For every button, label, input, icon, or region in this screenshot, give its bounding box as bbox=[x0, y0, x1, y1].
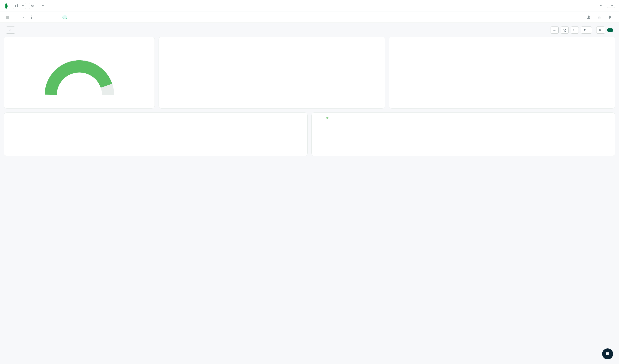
response-time-card bbox=[158, 37, 385, 108]
svg-rect-0 bbox=[15, 5, 16, 7]
chevron-down-icon bbox=[22, 5, 24, 6]
tab-app-services[interactable] bbox=[54, 15, 58, 19]
activity-button[interactable] bbox=[596, 14, 603, 21]
combo-chart[interactable] bbox=[314, 119, 613, 148]
atlas-logo bbox=[4, 3, 10, 9]
bell-icon bbox=[608, 15, 612, 19]
access-manager-link[interactable] bbox=[38, 4, 46, 8]
refresh-button[interactable] bbox=[561, 27, 569, 34]
kebab-icon bbox=[31, 15, 32, 19]
folder-icon bbox=[6, 16, 9, 19]
errors-card bbox=[4, 112, 308, 156]
area-chart-response-time[interactable] bbox=[161, 41, 383, 106]
chevron-down-icon bbox=[23, 17, 24, 18]
ellipsis-icon bbox=[553, 30, 556, 30]
filter-icon bbox=[583, 29, 586, 32]
more-options-button[interactable] bbox=[550, 27, 559, 34]
gauge-card bbox=[4, 37, 155, 108]
org-icon bbox=[15, 4, 18, 7]
arrow-left-icon bbox=[9, 29, 13, 32]
add-chart-button[interactable] bbox=[607, 28, 613, 32]
expand-icon bbox=[573, 29, 576, 32]
chevron-down-icon bbox=[42, 5, 44, 6]
area-chart-availability[interactable] bbox=[391, 41, 613, 106]
user-add-icon bbox=[587, 15, 591, 19]
fullscreen-button[interactable] bbox=[571, 27, 579, 34]
gear-icon bbox=[30, 4, 34, 8]
get-help-link[interactable] bbox=[596, 4, 604, 8]
user-menu[interactable] bbox=[607, 4, 615, 8]
bar-chart-errors[interactable] bbox=[6, 118, 305, 154]
chevron-down-icon bbox=[600, 5, 602, 6]
invite-user-button[interactable] bbox=[585, 14, 592, 21]
all-clusters-link[interactable] bbox=[589, 5, 593, 7]
svg-point-7 bbox=[555, 30, 556, 30]
filter-count bbox=[587, 30, 590, 30]
billing-link[interactable] bbox=[49, 5, 53, 7]
project-menu-button[interactable] bbox=[28, 14, 35, 21]
lock-icon bbox=[599, 29, 602, 32]
svg-rect-1 bbox=[17, 4, 18, 7]
share-button[interactable] bbox=[596, 27, 605, 34]
activity-icon bbox=[597, 15, 601, 19]
org-settings-button[interactable] bbox=[29, 3, 35, 9]
svg-point-2 bbox=[31, 15, 32, 16]
notifications-button[interactable] bbox=[606, 14, 613, 21]
org-selector[interactable] bbox=[13, 3, 26, 9]
project-nav bbox=[0, 12, 619, 23]
back-button[interactable] bbox=[6, 27, 15, 34]
availability-card bbox=[389, 37, 615, 108]
top-nav bbox=[0, 0, 619, 12]
refresh-icon bbox=[563, 28, 566, 32]
svg-point-3 bbox=[31, 17, 32, 18]
svg-point-4 bbox=[31, 18, 32, 19]
combo-card bbox=[311, 112, 615, 156]
dashboard-header bbox=[0, 23, 619, 37]
project-selector[interactable] bbox=[6, 16, 24, 19]
svg-point-6 bbox=[554, 30, 555, 30]
tab-charts[interactable] bbox=[62, 15, 67, 19]
svg-point-5 bbox=[553, 30, 554, 30]
leaf-icon bbox=[4, 3, 8, 9]
filter-button[interactable] bbox=[581, 27, 592, 34]
chevron-down-icon bbox=[611, 5, 613, 6]
tab-data-services[interactable] bbox=[45, 15, 50, 19]
gauge-chart bbox=[43, 55, 115, 98]
